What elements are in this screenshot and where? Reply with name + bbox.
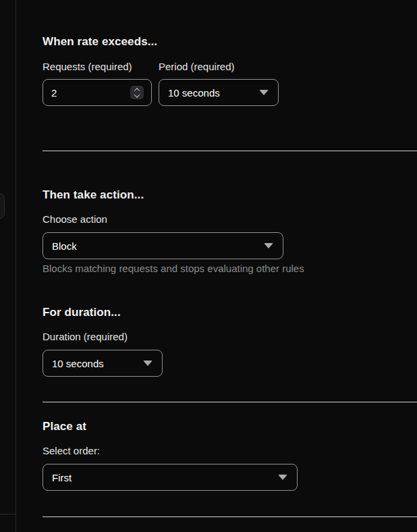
period-select-value: 10 seconds (168, 87, 220, 99)
duration-select[interactable]: 10 seconds (43, 350, 163, 377)
choose-action-label: Choose action (43, 213, 107, 225)
rate-limit-rule-form: When rate exceeds... Requests (required)… (0, 0, 417, 532)
action-select[interactable]: Block (43, 232, 283, 259)
duration-label: Duration (required) (43, 331, 128, 342)
order-select-value: First (52, 472, 72, 483)
section-heading-duration: For duration... (43, 306, 121, 319)
chevron-down-icon (259, 90, 269, 95)
left-rail-divider (0, 514, 16, 514)
section-heading-rate: When rate exceeds... (43, 35, 157, 49)
action-helper-text: Blocks matching requests and stops evalu… (43, 263, 304, 274)
action-select-value: Block (52, 240, 77, 252)
chevron-down-icon (264, 243, 273, 248)
order-select[interactable]: First (43, 464, 298, 491)
section-divider (43, 516, 417, 517)
section-divider (43, 402, 417, 402)
requests-stepper[interactable] (130, 86, 144, 99)
section-heading-action: Then take action... (43, 188, 144, 202)
section-divider (43, 151, 417, 151)
period-label: Period (required) (159, 61, 235, 72)
requests-input-wrapper (43, 79, 152, 106)
requests-label: Requests (required) (43, 61, 132, 72)
section-heading-placement: Place at (43, 420, 86, 433)
chevron-down-icon (278, 475, 287, 480)
chevron-down-icon (143, 361, 152, 366)
duration-select-value: 10 seconds (52, 358, 104, 369)
period-select[interactable]: 10 seconds (159, 79, 279, 106)
left-edge-tab (0, 193, 5, 219)
stepper-down-icon[interactable] (134, 92, 140, 97)
left-rail (0, 0, 16, 532)
select-order-label: Select order: (43, 445, 100, 456)
